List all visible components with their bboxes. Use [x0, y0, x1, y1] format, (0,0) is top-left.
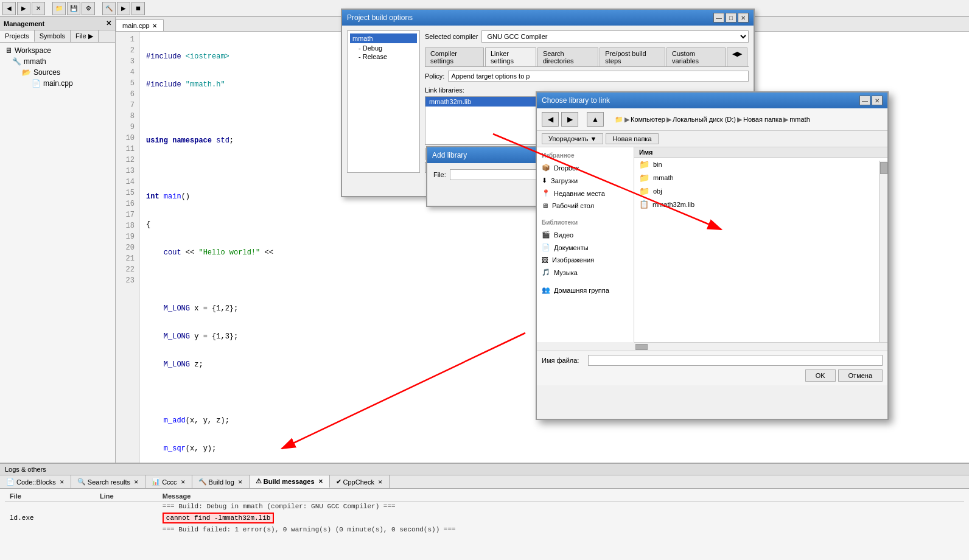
- toolbar-btn-run[interactable]: ▶: [117, 2, 130, 15]
- maximize-button[interactable]: □: [726, 13, 736, 23]
- bottom-tab-buildlog[interactable]: 🔨 Build log ✕: [192, 475, 250, 488]
- tab-projects[interactable]: Projects: [0, 30, 35, 42]
- fc-sidebar-documents[interactable]: 📄 Документы: [537, 241, 634, 254]
- management-title: Management ✕: [0, 17, 115, 30]
- tree-item-main-cpp[interactable]: 📄 main.cpp: [2, 78, 113, 89]
- tab-close-icon[interactable]: ✕: [318, 478, 323, 485]
- fc-file-mmath[interactable]: 📁 mmath: [634, 171, 887, 184]
- fc-file-obj[interactable]: 📁 obj: [634, 184, 887, 198]
- tree-item-sources[interactable]: 📂 Sources: [2, 67, 113, 78]
- toolbar-btn-build[interactable]: 🔨: [102, 2, 116, 15]
- tab-close-icon[interactable]: ✕: [152, 23, 157, 29]
- fc-file-list[interactable]: 📁 bin 📁 mmath 📁 obj 📋 mmath32m.lib: [634, 158, 887, 342]
- project-tree: mmath - Debug - Release: [347, 30, 420, 173]
- tab-linker-settings[interactable]: Linker settings: [485, 47, 536, 66]
- tab-compiler-settings[interactable]: Compiler settings: [425, 47, 484, 66]
- images-icon: 🖼: [542, 256, 548, 264]
- sources-icon: 📂: [22, 68, 31, 77]
- close-button[interactable]: ✕: [738, 13, 749, 23]
- build-messages-table: File Line Message === Build: Debug in mm…: [5, 491, 964, 534]
- bottom-tab-buildmsg[interactable]: ⚠ Build messages ✕: [250, 475, 330, 488]
- fc-forward-button[interactable]: ▶: [561, 112, 578, 127]
- fc-sidebar-downloads[interactable]: ⬇ Загрузки: [537, 174, 634, 187]
- compiler-select[interactable]: GNU GCC Compiler: [481, 30, 749, 43]
- fc-sidebar-video[interactable]: 🎬 Видео: [537, 228, 634, 241]
- toolbar-btn-settings[interactable]: ⚙: [82, 2, 95, 15]
- fc-separator-2: [537, 279, 634, 284]
- fc-btn-row: OK Отмена: [542, 369, 883, 382]
- tab-symbols[interactable]: Symbols: [35, 30, 71, 42]
- fc-sidebar-recent[interactable]: 📍 Недавние места: [537, 187, 634, 200]
- fc-win-controls: — ✕: [859, 96, 883, 105]
- fc-ok-button[interactable]: OK: [805, 369, 836, 382]
- tab-close-icon[interactable]: ✕: [60, 479, 65, 485]
- tab-close-icon[interactable]: ✕: [238, 479, 243, 485]
- toolbar-btn-1[interactable]: ◀: [2, 2, 16, 15]
- toolbar-btn-close[interactable]: ✕: [32, 2, 45, 15]
- documents-icon: 📄: [542, 243, 550, 251]
- fc-scrollbar-thumb[interactable]: [880, 162, 887, 174]
- tab-pre-post[interactable]: Pre/post build steps: [600, 47, 665, 66]
- fc-column-header: Имя: [634, 147, 887, 158]
- fc-file-lib[interactable]: 📋 mmath32m.lib: [634, 198, 887, 211]
- toolbar-btn-2[interactable]: ▶: [17, 2, 30, 15]
- tab-more[interactable]: ◀▶: [727, 47, 747, 66]
- fc-new-folder-button[interactable]: Новая папка: [606, 133, 658, 144]
- build-options-titlebar: Project build options — □ ✕: [342, 10, 754, 26]
- bottom-tab-cppcheck[interactable]: ✔ CppCheck ✕: [330, 475, 390, 488]
- fc-scrollbar[interactable]: [879, 161, 887, 342]
- code-line-15: m_sqr(x, y);: [146, 443, 963, 454]
- folder-icon: 📁: [639, 173, 649, 183]
- bottom-tab-search[interactable]: 🔍 Search results ✕: [71, 475, 145, 488]
- tab-file[interactable]: File ▶: [71, 30, 99, 42]
- fc-sidebar-dropbox[interactable]: 📦 Dropbox: [537, 161, 634, 174]
- editor-tab-main-cpp[interactable]: main.cpp ✕: [116, 19, 164, 31]
- minimize-button[interactable]: —: [713, 13, 724, 23]
- recent-icon: 📍: [542, 189, 550, 197]
- policy-input[interactable]: [448, 71, 749, 82]
- tab-custom-vars[interactable]: Custom variables: [666, 47, 726, 66]
- tree-release[interactable]: - Release: [350, 52, 417, 60]
- error-message: cannot find -lmmath32m.lib: [163, 513, 275, 523]
- fc-minimize-button[interactable]: —: [859, 96, 870, 105]
- tree-item-mmath[interactable]: 🔧 mmath: [2, 56, 113, 67]
- table-row: === Build: Debug in mmath (compiler: GNU…: [5, 502, 964, 512]
- dialog-tabs: Compiler settings Linker settings Search…: [425, 47, 749, 67]
- bottom-tab-cccc[interactable]: 📊 Cccc ✕: [145, 475, 192, 488]
- fc-filename-input[interactable]: [588, 355, 883, 366]
- fc-organize-button[interactable]: Упорядочить ▼: [542, 133, 603, 144]
- folder-icon: 📁: [639, 159, 649, 169]
- fc-file-bin[interactable]: 📁 bin: [634, 158, 887, 171]
- tab-close-icon[interactable]: ✕: [378, 479, 383, 485]
- tree-mmath[interactable]: mmath: [350, 33, 417, 43]
- fc-cancel-button[interactable]: Отмена: [838, 369, 883, 382]
- fc-sidebar-homegroup[interactable]: 👥 Домашняя группа: [537, 284, 634, 296]
- fc-close-button[interactable]: ✕: [872, 96, 883, 105]
- bottom-tab-codeblocks[interactable]: 📄 Code::Blocks ✕: [0, 475, 71, 488]
- fc-hscrollbar[interactable]: [634, 342, 887, 351]
- toolbar-btn-stop[interactable]: ⏹: [131, 2, 145, 15]
- fc-path: 📁 ▶ Компьютер ▶ Локальный диск (D:) ▶ Но…: [612, 116, 883, 124]
- downloads-icon: ⬇: [542, 177, 547, 184]
- tree-view: 🖥 Workspace 🔧 mmath 📂 Sources 📄 main.cpp: [0, 43, 115, 463]
- fc-back-button[interactable]: ◀: [542, 112, 559, 127]
- fc-sidebar-desktop[interactable]: 🖥 Рабочий стол: [537, 200, 634, 212]
- tab-search-dirs[interactable]: Search directories: [537, 47, 598, 66]
- toolbar-btn-save[interactable]: 💾: [67, 2, 80, 15]
- col-message: Message: [158, 491, 964, 502]
- filechooser-dialog[interactable]: Choose library to link — ✕ ◀ ▶ ▲ 📁 ▶ Ком…: [536, 91, 889, 420]
- tree-debug[interactable]: - Debug: [350, 43, 417, 52]
- toolbar-btn-open[interactable]: 📁: [52, 2, 66, 15]
- fc-hscrollbar-thumb[interactable]: [635, 344, 648, 350]
- fc-sidebar: Избранное 📦 Dropbox ⬇ Загрузки 📍 Недавни…: [537, 147, 634, 342]
- video-icon: 🎬: [542, 231, 550, 239]
- compiler-row: Selected compiler GNU GCC Compiler: [425, 30, 749, 43]
- tab-close-icon[interactable]: ✕: [134, 479, 139, 485]
- fc-filename-row: Имя файла:: [542, 355, 883, 366]
- fc-sidebar-music[interactable]: 🎵 Музыка: [537, 266, 634, 279]
- fc-sidebar-images[interactable]: 🖼 Изображения: [537, 254, 634, 266]
- fc-up-button[interactable]: ▲: [587, 112, 604, 127]
- tab-close-icon[interactable]: ✕: [181, 479, 186, 485]
- bottom-content: File Line Message === Build: Debug in mm…: [0, 489, 969, 560]
- tree-item-workspace[interactable]: 🖥 Workspace: [2, 45, 113, 56]
